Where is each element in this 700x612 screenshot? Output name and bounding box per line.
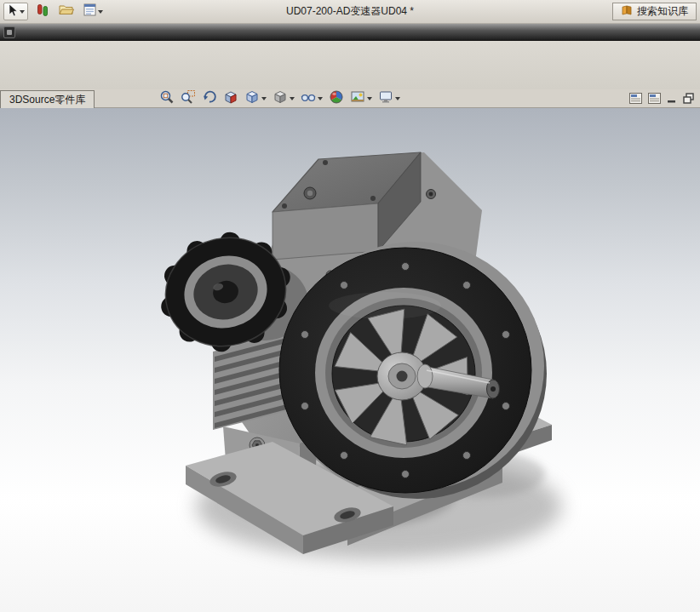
properties-tool-button[interactable] xyxy=(82,3,105,20)
menu-band xyxy=(0,24,700,41)
dropdown-caret-icon xyxy=(395,97,400,100)
dropdown-caret-icon xyxy=(98,10,103,14)
edit-appearance-icon xyxy=(329,89,344,108)
titlebar: UD07-200-AD变速器UD04 * 搜索知识库 xyxy=(0,0,700,24)
zoom-to-area-icon xyxy=(181,89,196,108)
knowledge-search-button[interactable]: 搜索知识库 xyxy=(612,3,697,20)
doc-window-button-2[interactable] xyxy=(648,92,661,107)
view-settings-button[interactable] xyxy=(377,89,401,109)
dropdown-caret-icon xyxy=(290,97,295,100)
library-tab-label: 3DSource零件库 xyxy=(9,93,85,107)
previous-view-icon xyxy=(202,89,217,108)
document-window-controls xyxy=(629,92,695,107)
zoom-to-area-button[interactable] xyxy=(180,89,197,109)
component-tool-button[interactable] xyxy=(34,3,51,20)
dropdown-caret-icon xyxy=(20,10,25,14)
panel-tab-row: 3DSource零件库 xyxy=(0,89,700,108)
zoom-to-fit-icon xyxy=(159,89,175,108)
minimize-button[interactable] xyxy=(667,92,677,107)
view-orientation-button[interactable] xyxy=(244,89,267,109)
display-style-button[interactable] xyxy=(272,89,295,109)
restore-button[interactable] xyxy=(683,92,695,107)
model-3d-view[interactable] xyxy=(0,108,700,612)
open-document-button[interactable] xyxy=(57,3,76,20)
doc-window-button-1[interactable] xyxy=(629,92,642,107)
document-title: UD07-200-AD变速器UD04 * xyxy=(0,4,700,19)
knowledge-search-label: 搜索知识库 xyxy=(637,4,688,19)
form-icon xyxy=(83,3,96,20)
dropdown-caret-icon xyxy=(261,97,267,100)
hide-show-items-icon xyxy=(301,89,316,108)
knowledge-book-icon xyxy=(621,4,633,19)
hide-show-items-button[interactable] xyxy=(300,89,324,109)
section-view-button[interactable] xyxy=(222,89,239,109)
solidworks-window: UD07-200-AD变速器UD04 * 搜索知识库 3DSource零件库 xyxy=(0,0,700,612)
restore-icon xyxy=(683,92,695,107)
display-style-icon xyxy=(273,89,288,108)
quick-access-toolbar xyxy=(0,3,105,20)
command-manager-area xyxy=(0,41,700,89)
apply-scene-icon xyxy=(350,89,365,108)
section-view-icon xyxy=(223,89,238,108)
view-settings-icon xyxy=(378,89,393,108)
cursor-arrow-icon xyxy=(7,3,18,20)
minimize-icon xyxy=(667,92,677,107)
apply-scene-button[interactable] xyxy=(349,89,373,109)
library-tab[interactable]: 3DSource零件库 xyxy=(0,90,95,108)
collapsed-menu-icon[interactable] xyxy=(3,26,15,38)
select-tool-button[interactable] xyxy=(3,3,28,20)
previous-view-button[interactable] xyxy=(201,89,218,109)
red-green-pins-icon xyxy=(36,3,49,20)
doc-window-icon xyxy=(648,92,661,107)
graphics-area[interactable] xyxy=(0,108,700,612)
heads-up-toolbar xyxy=(158,89,401,108)
folder-icon xyxy=(59,3,74,20)
edit-appearance-button[interactable] xyxy=(328,89,345,109)
dropdown-caret-icon xyxy=(367,97,372,100)
dropdown-caret-icon xyxy=(318,97,323,100)
zoom-to-fit-button[interactable] xyxy=(158,89,175,109)
view-orientation-icon xyxy=(244,89,260,108)
doc-window-icon xyxy=(629,92,642,107)
